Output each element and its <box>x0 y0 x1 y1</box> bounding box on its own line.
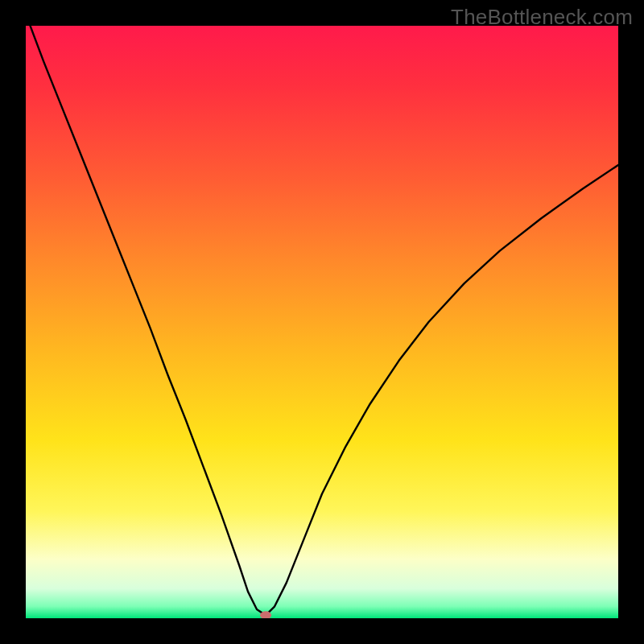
watermark-text: TheBottleneck.com <box>451 5 633 30</box>
gradient-background <box>26 26 618 618</box>
plot-area <box>26 26 618 618</box>
chart-svg <box>26 26 618 618</box>
chart-frame: TheBottleneck.com <box>0 0 644 644</box>
